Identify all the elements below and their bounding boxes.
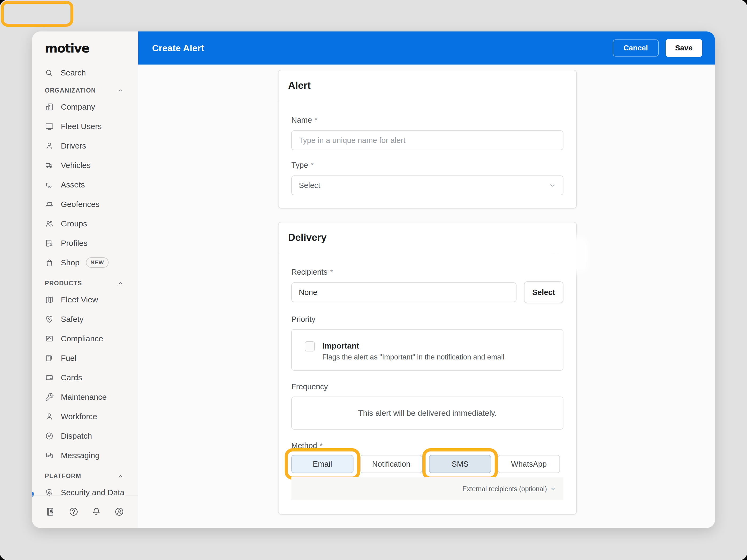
alert-name-input[interactable] (291, 130, 563, 150)
sidebar-footer-button-account[interactable] (114, 506, 125, 517)
section-header-platform[interactable]: PLATFORM (32, 469, 138, 483)
method-button-notification[interactable]: Notification (360, 455, 422, 473)
shield-icon (45, 315, 54, 324)
frequency-box: This alert will be delivered immediately… (291, 397, 563, 430)
sidebar-item-label: Maintenance (61, 393, 107, 402)
required-marker: * (330, 268, 333, 276)
sidebar-item-geofences[interactable]: Geofences (32, 194, 138, 214)
people-icon (45, 219, 54, 228)
method-button-sms[interactable]: SMS (429, 455, 491, 473)
form-content: Alert Name * Type * Select (138, 64, 715, 528)
sidebar-item-maintenance[interactable]: Maintenance (32, 387, 138, 407)
sidebar-footer-button-logbook[interactable] (45, 506, 56, 517)
sidebar-item-fuel[interactable]: Fuel (32, 348, 138, 368)
sidebar-item-shop[interactable]: Shop NEW (32, 253, 138, 272)
sidebar-footer-button-bell[interactable] (91, 506, 102, 517)
organization-nav-list: Company Fleet Users Drivers (32, 97, 138, 272)
section-header-products[interactable]: PRODUCTS (32, 276, 138, 290)
sidebar-item-drivers[interactable]: Drivers (32, 136, 138, 156)
required-marker: * (311, 161, 314, 169)
sidebar-item-label: Compliance (61, 334, 103, 343)
sidebar-item-safety[interactable]: Safety (32, 309, 138, 329)
bell-icon (91, 506, 102, 517)
section-label: PRODUCTS (45, 280, 82, 287)
screenshot-page: motive Search ORGANIZATION Company (0, 0, 747, 560)
important-checkbox[interactable] (305, 341, 315, 351)
person-icon (45, 412, 54, 421)
sidebar-item-dispatch[interactable]: Dispatch (32, 426, 138, 446)
alert-type-value: Select (299, 181, 320, 190)
sidebar-item-company[interactable]: Company (32, 97, 138, 116)
sidebar-item-vehicles[interactable]: Vehicles (32, 156, 138, 175)
method-highlight-ring: WhatsApp (491, 448, 567, 480)
sidebar-item-label: Profiles (61, 239, 87, 248)
fuel-pump-icon (45, 354, 54, 363)
new-badge: NEW (86, 257, 109, 268)
external-recipients-toggle[interactable]: External recipients (optional) (291, 477, 563, 500)
sidebar-item-messaging[interactable]: Messaging (32, 446, 138, 465)
sidebar-item-label: Drivers (61, 141, 86, 151)
shopping-bag-icon (45, 258, 54, 267)
frequency-text: This alert will be delivered immediately… (358, 408, 497, 418)
chat-icon (45, 451, 54, 460)
save-button[interactable]: Save (666, 39, 702, 57)
chevron-up-icon (117, 280, 124, 287)
products-nav-list: Fleet View Safety Compliance (32, 290, 138, 465)
sidebar-item-compliance[interactable]: Compliance (32, 329, 138, 348)
truck-icon (45, 161, 54, 170)
step-chart-icon (45, 334, 54, 343)
chevron-down-icon (548, 181, 557, 190)
important-description: Flags the alert as "Important" in the no… (322, 353, 505, 361)
sidebar-item-assets[interactable]: Assets (32, 175, 138, 194)
building-icon (45, 102, 54, 111)
sidebar-item-groups[interactable]: Groups (32, 214, 138, 233)
map-icon (45, 295, 54, 304)
sidebar-footer-button-help[interactable] (68, 506, 79, 517)
sidebar-search-label: Search (60, 68, 86, 77)
method-highlight-ring: Notification (354, 448, 429, 480)
sidebar-item-fleet-view[interactable]: Fleet View (32, 290, 138, 309)
required-marker: * (314, 116, 317, 125)
sidebar-item-label: Geofences (61, 200, 100, 209)
frequency-label: Frequency (291, 382, 563, 391)
sidebar-item-label: Dispatch (61, 431, 92, 441)
method-button-group: Email Notification SMS (291, 455, 563, 473)
credit-card-icon (45, 373, 54, 382)
method-highlight-ring: SMS (422, 448, 498, 480)
help-icon (68, 506, 79, 517)
create-alert-topbar: Create Alert Cancel Save (138, 31, 715, 64)
recipients-select-button[interactable]: Select (524, 281, 563, 303)
highlight-box-top-left (1, 1, 73, 27)
person-icon (45, 141, 54, 151)
alert-type-select[interactable]: Select (291, 176, 563, 195)
sidebar-item-fleet-users[interactable]: Fleet Users (32, 116, 138, 136)
wrench-icon (45, 393, 54, 402)
profile-gear-icon (45, 239, 54, 248)
priority-label: Priority (291, 315, 563, 324)
section-label: PLATFORM (45, 473, 81, 480)
chevron-down-icon (550, 486, 556, 492)
cancel-button[interactable]: Cancel (613, 39, 659, 56)
sidebar-item-workforce[interactable]: Workforce (32, 407, 138, 426)
sidebar-item-label: Company (61, 102, 95, 111)
geofence-icon (45, 200, 54, 209)
sidebar-item-cards[interactable]: Cards (32, 368, 138, 387)
section-header-organization[interactable]: ORGANIZATION (32, 84, 138, 97)
recipients-input[interactable] (291, 283, 516, 302)
chevron-up-icon (117, 87, 124, 94)
account-icon (114, 506, 125, 517)
method-highlight-ring: Email (285, 448, 360, 480)
method-button-email[interactable]: Email (291, 455, 354, 473)
sidebar-item-profiles[interactable]: Profiles (32, 233, 138, 253)
section-label: ORGANIZATION (45, 87, 96, 94)
sidebar: motive Search ORGANIZATION Company (32, 31, 138, 528)
sidebar-item-label: Messaging (61, 451, 100, 460)
sidebar-search[interactable]: Search (32, 66, 138, 79)
important-label: Important (322, 341, 505, 350)
method-button-whatsapp[interactable]: WhatsApp (498, 455, 560, 473)
compass-icon (45, 431, 54, 441)
sidebar-item-label: Safety (61, 315, 83, 324)
sidebar-item-label: Workforce (61, 412, 97, 421)
type-label: Type * (291, 161, 563, 169)
delivery-card: Delivery Recipients * Select Priority (278, 222, 577, 515)
